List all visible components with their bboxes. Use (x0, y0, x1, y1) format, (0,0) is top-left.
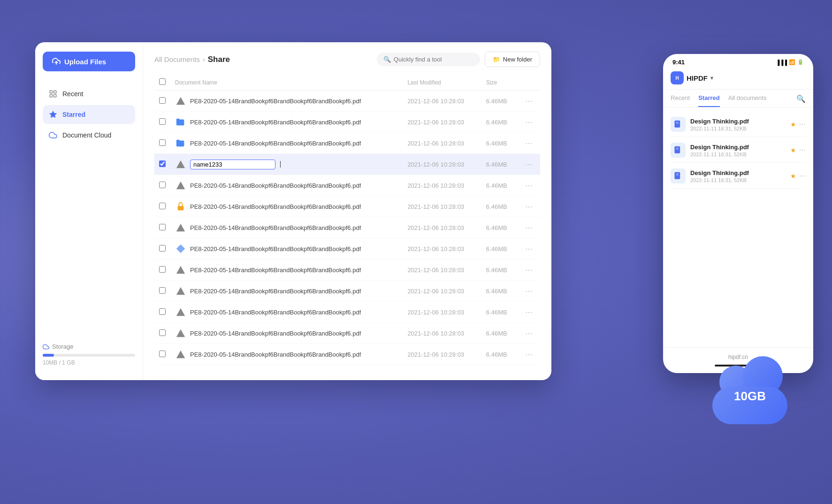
row-checkbox[interactable] (159, 351, 166, 357)
mobile-more-btn-1[interactable]: ⋯ (799, 121, 806, 128)
table-row: PE8-2020-05-14BrandBookpf6BrandBookpf6Br… (154, 217, 540, 238)
row-checkbox[interactable] (159, 224, 166, 230)
svg-rect-3 (50, 95, 52, 97)
main-desktop-card: Upload Files Recent Starred (35, 42, 551, 380)
file-name-text: PE8-2020-05-14BrandBookpf6BrandBookpf6Br… (190, 203, 361, 210)
svg-rect-2 (54, 91, 56, 93)
svg-marker-7 (176, 160, 185, 168)
mobile-status-bar: 9:41 ▐▐▐ 📶 🔋 (663, 54, 813, 69)
table-row: PE8-2020-05-14BrandBookpf6BrandBookpf6Br… (154, 196, 540, 217)
file-name-cell: PE8-2020-05-14BrandBookpf6BrandBookpf6Br… (175, 201, 398, 212)
svg-rect-22 (676, 149, 679, 150)
pdf-triangle-icon (175, 349, 186, 360)
search-input[interactable] (394, 56, 473, 63)
file-modified: 2021-12-06 10:28:03 (403, 344, 481, 365)
row-checkbox[interactable] (159, 266, 166, 273)
file-modified: 2021-12-06 10:28:03 (403, 154, 481, 175)
file-name-cell: PE8-2020-05-14BrandBookpf6BrandBookpf6Br… (175, 95, 398, 107)
mobile-tab-starred[interactable]: Starred (698, 94, 720, 107)
mobile-file-date-1: 2022-11-11 16:31, 52KB (690, 126, 786, 131)
folder-icon (175, 116, 186, 128)
mobile-file-info-3: Design Thinking.pdf 2022-11-11 16:31, 52… (690, 169, 786, 183)
search-bar[interactable]: 🔍 (377, 53, 480, 66)
row-checkbox[interactable] (159, 118, 166, 125)
row-more-button[interactable]: ⋯ (522, 181, 535, 191)
row-checkbox[interactable] (159, 287, 166, 294)
row-checkbox[interactable] (159, 182, 166, 188)
mobile-file-date-2: 2022-11-11 16:31, 52KB (690, 152, 786, 157)
table-row: PE8-2020-05-14BrandBookpf6BrandBookpf6Br… (154, 344, 540, 365)
sidebar-item-starred[interactable]: Starred (43, 105, 135, 124)
mobile-tabs: Recent Starred All documents 🔍 (663, 90, 813, 107)
row-more-button[interactable]: ⋯ (522, 202, 535, 212)
mobile-file-actions-1: ★ ⋯ (790, 121, 806, 128)
svg-rect-4 (54, 95, 56, 97)
svg-rect-21 (676, 148, 679, 148)
table-row: PE8-2020-05-14BrandBookpf6BrandBookpf6Br… (154, 302, 540, 323)
header-checkbox-col (154, 75, 170, 91)
mobile-tab-all-documents[interactable]: All documents (728, 94, 767, 107)
row-more-button[interactable]: ⋯ (522, 117, 535, 127)
rename-input[interactable] (190, 160, 275, 169)
mobile-file-name-1: Design Thinking.pdf (690, 118, 786, 125)
mobile-more-btn-3[interactable]: ⋯ (799, 172, 806, 180)
row-more-button[interactable]: ⋯ (522, 286, 535, 296)
svg-rect-9 (178, 206, 184, 210)
search-icon: 🔍 (383, 56, 391, 63)
star-icon-1[interactable]: ★ (790, 121, 796, 128)
file-size: 6.46MB (481, 91, 518, 112)
row-checkbox[interactable] (159, 308, 166, 315)
file-size: 6.46MB (481, 196, 518, 217)
mobile-file-actions-3: ★ ⋯ (790, 172, 806, 180)
row-more-button[interactable]: ⋯ (522, 265, 535, 275)
row-more-button[interactable]: ⋯ (522, 307, 535, 317)
upload-files-button[interactable]: Upload Files (43, 52, 135, 71)
mobile-search-icon[interactable]: 🔍 (796, 94, 806, 107)
header-actions: 🔍 📁 New folder (377, 52, 540, 67)
mobile-website: hipdf.cn (728, 354, 748, 360)
sidebar-item-recent[interactable]: Recent (43, 84, 135, 103)
svg-marker-11 (176, 244, 185, 253)
row-more-button[interactable]: ⋯ (522, 160, 535, 169)
pdf-triangle-icon (175, 180, 186, 191)
storage-used-text: 10MB / 1 GB (43, 359, 135, 366)
new-folder-button[interactable]: 📁 New folder (485, 52, 540, 67)
mobile-tab-recent[interactable]: Recent (671, 94, 690, 107)
row-more-button[interactable]: ⋯ (522, 350, 535, 359)
pdf-triangle-icon (175, 95, 186, 107)
star-icon-3[interactable]: ★ (790, 172, 796, 180)
mobile-more-btn-2[interactable]: ⋯ (799, 146, 806, 154)
row-checkbox[interactable] (159, 139, 166, 146)
table-row: PE8-2020-05-14BrandBookpf6BrandBookpf6Br… (154, 238, 540, 260)
file-name-text: PE8-2020-05-14BrandBookpf6BrandBookpf6Br… (190, 182, 361, 189)
row-more-button[interactable]: ⋯ (522, 223, 535, 233)
sidebar-starred-label: Starred (62, 111, 85, 118)
folder-icon (175, 137, 186, 149)
col-size: Size (481, 75, 518, 91)
file-name-cell: PE8-2020-05-14BrandBookpf6BrandBookpf6Br… (175, 222, 398, 233)
row-more-button[interactable]: ⋯ (522, 138, 535, 148)
star-icon-2[interactable]: ★ (790, 146, 796, 154)
row-checkbox[interactable] (159, 97, 166, 104)
mobile-card: 9:41 ▐▐▐ 📶 🔋 H HIPDF ▾ Recent Starred Al… (663, 54, 813, 373)
row-more-button[interactable]: ⋯ (522, 244, 535, 254)
file-size: 6.46MB (481, 154, 518, 175)
row-checkbox[interactable] (159, 160, 166, 167)
file-modified: 2021-12-06 10:28:03 (403, 133, 481, 154)
mobile-file-list: Design Thinking.pdf 2022-11-11 16:31, 52… (663, 107, 813, 193)
mobile-status-icons: ▐▐▐ 📶 🔋 (776, 59, 804, 65)
row-more-button[interactable]: ⋯ (522, 96, 535, 106)
svg-rect-1 (50, 91, 52, 93)
row-checkbox[interactable] (159, 245, 166, 252)
pdf-triangle-icon (175, 222, 186, 233)
row-checkbox[interactable] (159, 203, 166, 209)
file-size: 6.46MB (481, 302, 518, 323)
select-all-checkbox[interactable] (159, 78, 166, 85)
mobile-app-header: H HIPDF ▾ (663, 69, 813, 90)
row-more-button[interactable]: ⋯ (522, 328, 535, 338)
pdf-triangle-icon (175, 328, 186, 339)
row-checkbox[interactable] (159, 329, 166, 336)
sidebar-item-document-cloud[interactable]: Document Cloud (43, 126, 135, 145)
file-size: 6.46MB (481, 260, 518, 281)
sidebar-bottom: Storage 10MB / 1 GB (43, 338, 135, 371)
